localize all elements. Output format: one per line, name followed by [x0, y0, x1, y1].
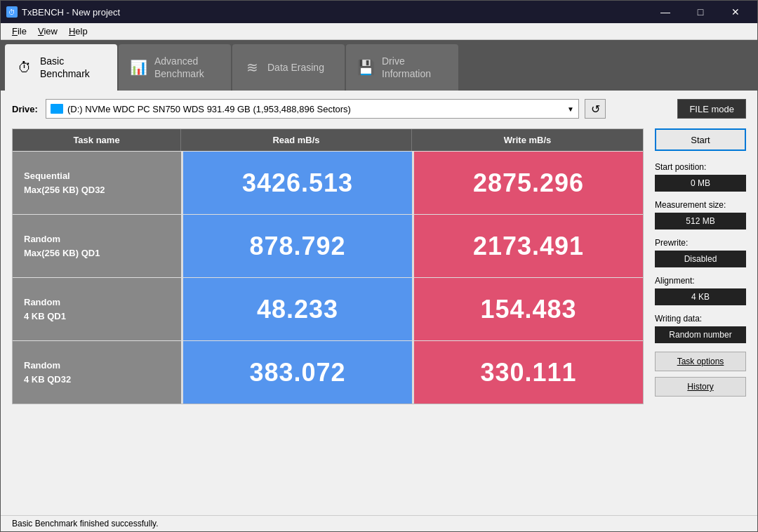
content-area: Drive: (D:) NVMe WDC PC SN750 WDS 931.49… [1, 91, 757, 507]
row-3-write: 330.111 [412, 341, 643, 404]
row-3-read-value: 383.072 [249, 358, 345, 387]
prewrite-value: Disabled [655, 251, 746, 267]
row-1-write: 2173.491 [412, 215, 643, 277]
task-options-button[interactable]: Task options [655, 352, 746, 371]
row-2-write: 154.483 [412, 278, 643, 340]
row-0-read-value: 3426.513 [242, 168, 353, 198]
dropdown-arrow-icon: ▼ [567, 105, 574, 113]
table-row: SequentialMax(256 KB) QD32 3426.513 2875… [13, 151, 643, 214]
row-3-name: Random4 KB QD32 [13, 341, 181, 404]
tab-data-erasing[interactable]: ≋ Data Erasing [232, 44, 345, 91]
drive-label: Drive: [12, 104, 40, 114]
start-position-label: Start position: [655, 162, 746, 172]
history-label: History [687, 382, 713, 392]
tab-advanced-benchmark[interactable]: 📊 AdvancedBenchmark [119, 44, 231, 91]
start-position-value: 0 MB [655, 175, 746, 192]
row-0-name: SequentialMax(256 KB) QD32 [13, 152, 181, 214]
row-2-name: Random4 KB QD1 [13, 278, 181, 340]
start-button[interactable]: Start [655, 128, 746, 151]
row-3-write-value: 330.111 [480, 358, 576, 387]
row-2-read: 48.233 [181, 278, 412, 340]
row-0-write: 2875.296 [412, 152, 643, 214]
tab-bar: ⏱ BasicBenchmark 📊 AdvancedBenchmark ≋ D… [1, 40, 757, 91]
title-bar: ⏱ TxBENCH - New project — □ ✕ [1, 1, 757, 23]
advanced-benchmark-icon: 📊 [130, 59, 147, 76]
header-read: Read mB/s [181, 129, 412, 151]
tab-basic-benchmark-label: BasicBenchmark [40, 55, 90, 80]
measurement-size-value: 512 MB [655, 213, 746, 230]
refresh-button[interactable]: ↺ [585, 99, 606, 119]
table-row: Random4 KB QD32 383.072 330.111 [13, 340, 643, 404]
header-task-name: Task name [13, 129, 181, 151]
tab-drive-information-label: DriveInformation [382, 55, 431, 80]
writing-data-label: Writing data: [655, 314, 746, 324]
sidebar: Start Start position: 0 MB Measurement s… [655, 128, 746, 404]
results-table: Task name Read mB/s Write mB/s Sequentia… [12, 128, 644, 404]
tab-data-erasing-label: Data Erasing [267, 61, 324, 74]
menu-view[interactable]: View [32, 25, 63, 38]
drive-information-icon: 💾 [357, 59, 375, 76]
row-1-read: 878.792 [181, 215, 412, 277]
basic-benchmark-icon: ⏱ [16, 60, 33, 76]
app-window: ⏱ TxBENCH - New project — □ ✕ File View … [0, 0, 758, 532]
row-1-name: RandomMax(256 KB) QD1 [13, 215, 181, 277]
header-write: Write mB/s [412, 129, 643, 151]
prewrite-label: Prewrite: [655, 238, 746, 248]
tab-advanced-benchmark-label: AdvancedBenchmark [154, 55, 204, 80]
task-options-label: Task options [677, 357, 724, 366]
app-icon: ⏱ [6, 6, 18, 18]
row-0-read: 3426.513 [181, 152, 412, 214]
row-1-read-value: 878.792 [249, 232, 345, 261]
title-bar-left: ⏱ TxBENCH - New project [6, 6, 120, 18]
row-0-write-value: 2875.296 [473, 168, 584, 198]
file-mode-button[interactable]: FILE mode [677, 99, 746, 119]
table-row: RandomMax(256 KB) QD1 878.792 2173.491 [13, 214, 643, 277]
window-title: TxBENCH - New project [22, 7, 120, 18]
row-3-read: 383.072 [181, 341, 412, 404]
tab-basic-benchmark[interactable]: ⏱ BasicBenchmark [5, 44, 117, 91]
row-2-read-value: 48.233 [257, 295, 338, 324]
row-2-write-value: 154.483 [480, 295, 576, 324]
table-header: Task name Read mB/s Write mB/s [13, 129, 643, 151]
drive-selector[interactable]: (D:) NVMe WDC PC SN750 WDS 931.49 GB (1,… [46, 99, 579, 119]
drive-select-text: (D:) NVMe WDC PC SN750 WDS 931.49 GB (1,… [51, 104, 351, 114]
data-erasing-icon: ≋ [244, 59, 260, 76]
main-area: Task name Read mB/s Write mB/s Sequentia… [12, 128, 746, 404]
alignment-value: 4 KB [655, 288, 746, 305]
maximize-button[interactable]: □ [684, 1, 717, 23]
window-controls: — □ ✕ [649, 1, 752, 23]
table-row: Random4 KB QD1 48.233 154.483 [13, 277, 643, 340]
status-bar: Basic Benchmark finished successfully. [1, 515, 757, 531]
drive-icon [51, 104, 63, 114]
measurement-size-label: Measurement size: [655, 200, 746, 210]
tab-drive-information[interactable]: 💾 DriveInformation [346, 44, 458, 91]
menu-file[interactable]: File [6, 25, 32, 38]
minimize-button[interactable]: — [649, 1, 681, 23]
status-text: Basic Benchmark finished successfully. [12, 519, 159, 528]
drive-row: Drive: (D:) NVMe WDC PC SN750 WDS 931.49… [12, 99, 746, 119]
close-button[interactable]: ✕ [719, 1, 752, 23]
history-button[interactable]: History [655, 377, 746, 397]
menu-help[interactable]: Help [63, 25, 93, 38]
writing-data-value: Random number [655, 326, 746, 343]
menu-bar: File View Help [1, 23, 757, 40]
alignment-label: Alignment: [655, 276, 746, 286]
drive-value: (D:) NVMe WDC PC SN750 WDS 931.49 GB (1,… [67, 104, 351, 114]
row-1-write-value: 2173.491 [473, 232, 584, 261]
